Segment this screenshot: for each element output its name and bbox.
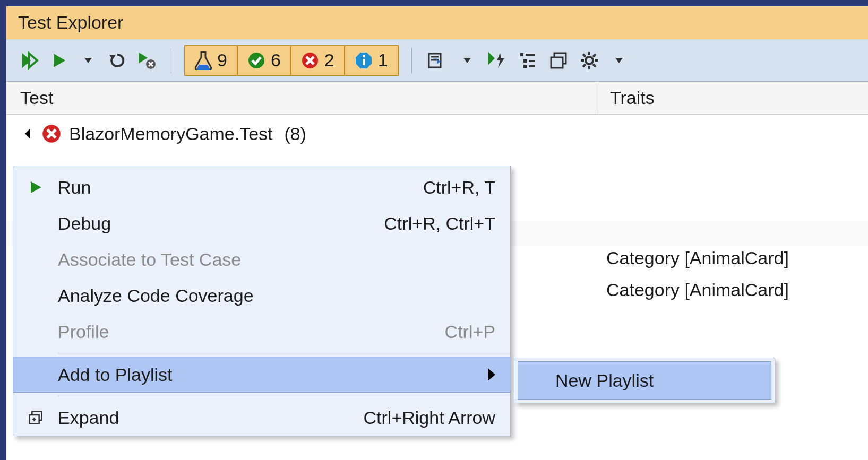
menu-item-analyze-coverage[interactable]: Analyze Code Coverage: [13, 277, 510, 314]
column-header-row: Test Traits: [6, 82, 868, 115]
gear-icon: [580, 51, 599, 70]
svg-line-28: [583, 54, 586, 57]
menu-item-expand-label: Expand: [58, 407, 364, 428]
submenu-item-new-playlist[interactable]: New Playlist: [518, 361, 771, 400]
title-bar: Test Explorer: [6, 6, 868, 39]
trait-value: Category [AnimalCard]: [606, 274, 789, 306]
live-testing-button[interactable]: [485, 47, 509, 74]
menu-item-analyze-label: Analyze Code Coverage: [58, 285, 495, 306]
tree-root-count: (8): [285, 124, 307, 144]
column-header-test-label: Test: [20, 88, 53, 108]
traits-column-content: Category [AnimalCard] Category [AnimalCa…: [606, 242, 789, 306]
svg-rect-10: [363, 55, 365, 57]
failed-tests-count: 2: [324, 50, 334, 71]
playlist-button[interactable]: [425, 47, 449, 74]
menu-item-run[interactable]: Run Ctrl+R, T: [13, 169, 510, 205]
run-dropdown[interactable]: [78, 47, 99, 74]
run-button[interactable]: [49, 47, 70, 74]
expand-icon: [28, 410, 44, 426]
svg-line-29: [593, 64, 596, 67]
repeat-last-run-button[interactable]: [106, 47, 128, 74]
menu-item-run-label: Run: [58, 177, 423, 198]
menu-item-profile-label: Profile: [58, 322, 445, 342]
chevron-down-icon: [615, 58, 623, 63]
svg-marker-14: [488, 52, 495, 65]
menu-item-profile: Profile Ctrl+P: [13, 314, 510, 350]
group-by-button[interactable]: [516, 47, 539, 74]
info-tests-count: 1: [378, 50, 388, 71]
svg-rect-19: [523, 65, 527, 68]
svg-line-31: [583, 64, 586, 67]
menu-separator: [58, 396, 510, 396]
menu-item-debug[interactable]: Debug Ctrl+R, Ctrl+T: [13, 205, 510, 241]
play-icon: [29, 180, 42, 194]
svg-rect-17: [523, 59, 527, 63]
tree-root-label: BlazorMemoryGame.Test: [69, 124, 273, 144]
menu-item-associate-label: Associate to Test Case: [58, 249, 495, 270]
x-circle-icon: [301, 51, 319, 70]
submenu-playlist: New Playlist: [514, 358, 775, 403]
info-tests-button[interactable]: 1: [345, 46, 398, 75]
context-menu: Run Ctrl+R, T Debug Ctrl+R, Ctrl+T Assoc…: [13, 166, 511, 436]
svg-marker-2: [54, 54, 65, 67]
menu-item-associate: Associate to Test Case: [13, 241, 510, 277]
menu-item-profile-shortcut: Ctrl+P: [445, 322, 495, 342]
total-tests-count: 9: [217, 50, 227, 71]
toolbar-separator: [411, 48, 412, 73]
total-tests-button[interactable]: 9: [185, 46, 238, 75]
trait-value: Category [AnimalCard]: [606, 242, 789, 274]
group-icon: [518, 51, 537, 70]
menu-item-expand-shortcut: Ctrl+Right Arrow: [364, 407, 495, 428]
toolbar-separator: [171, 48, 171, 73]
chevron-down-icon: [84, 58, 92, 63]
passed-tests-button[interactable]: 6: [238, 46, 291, 75]
passed-tests-count: 6: [271, 50, 281, 71]
column-header-traits[interactable]: Traits: [598, 82, 868, 114]
column-header-traits-label: Traits: [610, 88, 655, 108]
svg-marker-33: [31, 181, 41, 193]
columns-button[interactable]: [547, 47, 570, 74]
submenu-item-new-playlist-label: New Playlist: [555, 370, 654, 391]
windows-icon: [549, 51, 568, 70]
expand-collapse-icon[interactable]: [25, 128, 36, 139]
run-failed-button[interactable]: [136, 47, 158, 74]
x-circle-icon: [41, 124, 62, 144]
flask-icon: [195, 51, 212, 70]
tree-body: BlazorMemoryGame.Test (8) Category [Anim…: [6, 115, 868, 153]
menu-item-add-to-playlist[interactable]: Add to Playlist: [13, 357, 510, 393]
svg-rect-9: [363, 59, 365, 65]
bolt-icon: [487, 51, 506, 70]
window-frame: Test Explorer: [0, 0, 868, 460]
chevron-down-icon: [463, 58, 471, 63]
failed-tests-button[interactable]: 2: [291, 46, 345, 75]
svg-marker-3: [109, 55, 116, 60]
playlist-icon: [427, 50, 447, 71]
menu-item-debug-shortcut: Ctrl+R, Ctrl+T: [384, 213, 495, 234]
menu-item-debug-label: Debug: [58, 213, 384, 234]
menu-item-expand[interactable]: Expand Ctrl+Right Arrow: [13, 400, 510, 436]
playlist-dropdown[interactable]: [457, 47, 478, 74]
check-circle-icon: [247, 51, 265, 70]
menu-item-add-to-playlist-label: Add to Playlist: [58, 364, 488, 385]
play-fail-icon: [138, 51, 156, 70]
column-header-test[interactable]: Test: [6, 82, 598, 114]
play-icon: [51, 53, 67, 68]
info-octagon-icon: [355, 51, 373, 70]
svg-point-23: [586, 57, 593, 64]
repeat-icon: [108, 51, 126, 70]
run-all-icon: [20, 51, 39, 70]
toolbar: 9 6 2: [6, 39, 868, 82]
tree-root-row[interactable]: BlazorMemoryGame.Test (8): [6, 115, 868, 153]
svg-rect-15: [520, 53, 523, 56]
svg-rect-22: [551, 57, 563, 68]
run-all-button[interactable]: [18, 47, 41, 74]
window-title: Test Explorer: [18, 12, 123, 33]
test-counts-group: 9 6 2: [184, 45, 399, 76]
submenu-arrow-icon: [488, 368, 495, 381]
svg-marker-4: [139, 53, 148, 63]
settings-dropdown[interactable]: [608, 47, 630, 74]
settings-button[interactable]: [578, 47, 601, 74]
menu-separator: [58, 353, 510, 353]
menu-item-run-shortcut: Ctrl+R, T: [423, 177, 495, 198]
svg-line-30: [593, 54, 596, 57]
